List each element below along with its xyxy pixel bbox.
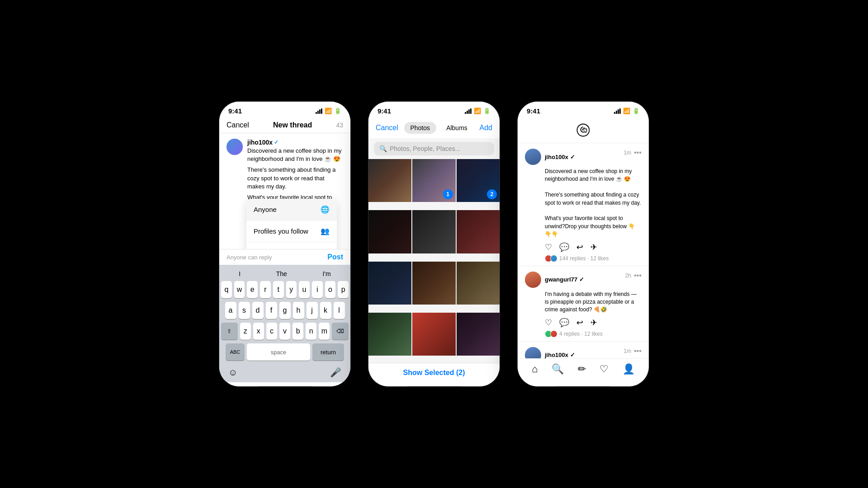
suggestion-im[interactable]: I'm (322, 270, 330, 277)
nav-search-icon[interactable]: 🔍 (552, 363, 564, 375)
key-t[interactable]: t (273, 281, 284, 298)
dropdown-mentioned[interactable]: Mentioned only @ (246, 242, 337, 249)
repost-icon-1[interactable]: ↩ (576, 242, 583, 252)
key-w[interactable]: w (234, 281, 245, 298)
comment-icon-2[interactable]: 💬 (559, 318, 569, 328)
post-more-2[interactable]: ••• (634, 272, 642, 280)
photo-cell-6[interactable] (457, 210, 500, 253)
picker-add-button[interactable]: Add (480, 124, 492, 132)
post-username-1[interactable]: jiho100x ✓ (545, 154, 575, 160)
post-username-2[interactable]: gwangurl77 ✓ (545, 276, 584, 283)
home-indicator-1 (219, 382, 350, 386)
key-d[interactable]: d (252, 302, 264, 319)
key-v[interactable]: v (279, 323, 290, 340)
share-icon-2[interactable]: ✈ (590, 318, 597, 328)
key-y[interactable]: y (286, 281, 297, 298)
photo-cell-7[interactable] (368, 262, 411, 305)
photo-cell-10[interactable] (368, 313, 411, 356)
post-more-3[interactable]: ••• (634, 347, 642, 355)
photo-cell-4[interactable] (368, 210, 411, 253)
key-p[interactable]: p (338, 281, 349, 298)
photo-cell-8[interactable] (412, 262, 455, 305)
phone-3: 9:41 📶 🔋 (518, 102, 649, 386)
show-selected-button[interactable]: Show Selected (2) (403, 369, 465, 376)
picker-tabs: Photos Albums (404, 122, 474, 134)
key-z[interactable]: z (240, 323, 251, 340)
nav-compose-icon[interactable]: ✏ (578, 363, 586, 375)
like-icon-1[interactable]: ♡ (545, 242, 552, 252)
photo-cell-9[interactable] (457, 262, 500, 305)
photo-grid: 1 2 (368, 159, 500, 363)
key-abc[interactable]: ABC (226, 343, 245, 361)
key-m[interactable]: m (319, 323, 330, 340)
key-shift[interactable]: ⇧ (221, 323, 238, 340)
photo-badge-2: 1 (443, 189, 453, 199)
photo-cell-3[interactable]: 2 (457, 159, 500, 202)
tab-albums[interactable]: Albums (440, 122, 474, 134)
key-i[interactable]: i (312, 281, 323, 298)
feed-post-1: jiho100x ✓ 1m ••• Discovered a new coffe… (518, 143, 649, 266)
key-e[interactable]: e (247, 281, 258, 298)
post-time-1: 1m (624, 150, 632, 156)
post-avatar-3 (525, 347, 541, 358)
status-bar-1: 9:41 📶 🔋 (219, 102, 350, 117)
suggestion-the[interactable]: The (276, 270, 287, 277)
nav-profile-icon[interactable]: 👤 (623, 363, 635, 375)
key-k[interactable]: k (320, 302, 331, 319)
reply-avatar-4 (550, 330, 557, 338)
key-space[interactable]: space (247, 343, 310, 361)
cancel-button[interactable]: Cancel (226, 121, 249, 129)
photo-cell-12[interactable] (457, 313, 500, 356)
key-n[interactable]: n (306, 323, 316, 340)
post-more-1[interactable]: ••• (634, 149, 642, 157)
signal-icon-3 (614, 108, 621, 114)
photo-image-6 (457, 210, 500, 253)
dropdown-profiles[interactable]: Profiles you follow 👥 (246, 221, 337, 242)
key-b[interactable]: b (292, 323, 303, 340)
key-f[interactable]: f (266, 302, 277, 319)
share-icon-1[interactable]: ✈ (590, 242, 597, 252)
key-c[interactable]: c (266, 323, 277, 340)
thread-text-1[interactable]: Discovered a new coffee shop in my neigh… (247, 147, 343, 163)
key-return[interactable]: return (312, 343, 344, 361)
key-delete[interactable]: ⌫ (332, 323, 349, 340)
post-user-meta-1: jiho100x ✓ (545, 153, 575, 161)
key-j[interactable]: j (307, 302, 318, 319)
emoji-icon[interactable]: ☺ (228, 367, 237, 378)
dropdown-anyone[interactable]: Anyone 🌐 (246, 199, 337, 221)
feed-header (518, 117, 649, 143)
repost-icon-2[interactable]: ↩ (576, 318, 583, 328)
post-stats-text-2: 4 replies · 12 likes (559, 331, 603, 337)
nav-heart-icon[interactable]: ♡ (599, 363, 609, 375)
key-x[interactable]: x (253, 323, 264, 340)
like-icon-2[interactable]: ♡ (545, 318, 552, 328)
search-bar[interactable]: 🔍 Photos, People, Places... (374, 142, 494, 155)
keyboard: I The I'm q w e r t y u i o p a s d f (219, 265, 350, 382)
post-avatar-2 (525, 272, 541, 288)
photo-cell-11[interactable] (412, 313, 455, 356)
feed-nav: ⌂ 🔍 ✏ ♡ 👤 (518, 358, 649, 382)
photo-cell-2[interactable]: 1 (412, 159, 455, 202)
photo-cell-1[interactable] (368, 159, 411, 202)
key-u[interactable]: u (299, 281, 310, 298)
picker-cancel-button[interactable]: Cancel (376, 124, 398, 132)
key-l[interactable]: l (334, 302, 345, 319)
key-s[interactable]: s (239, 302, 250, 319)
suggestion-i[interactable]: I (239, 270, 241, 277)
key-o[interactable]: o (325, 281, 336, 298)
post-actions-1: ♡ 💬 ↩ ✈ (525, 242, 642, 252)
key-h[interactable]: h (293, 302, 304, 319)
mic-icon[interactable]: 🎤 (330, 367, 341, 378)
post-button[interactable]: Post (327, 253, 343, 261)
tab-photos[interactable]: Photos (404, 122, 437, 134)
key-g[interactable]: g (279, 302, 291, 319)
key-r[interactable]: r (260, 281, 271, 298)
key-q[interactable]: q (221, 281, 232, 298)
post-username-3[interactable]: jiho100x ✓ (545, 352, 575, 358)
photo-cell-5[interactable] (412, 210, 455, 253)
key-a[interactable]: a (225, 302, 236, 319)
comment-icon-1[interactable]: 💬 (559, 242, 569, 252)
nav-home-icon[interactable]: ⌂ (532, 363, 538, 375)
post-user-1: jiho100x ✓ (525, 149, 575, 165)
reply-avatars-2 (545, 330, 556, 338)
